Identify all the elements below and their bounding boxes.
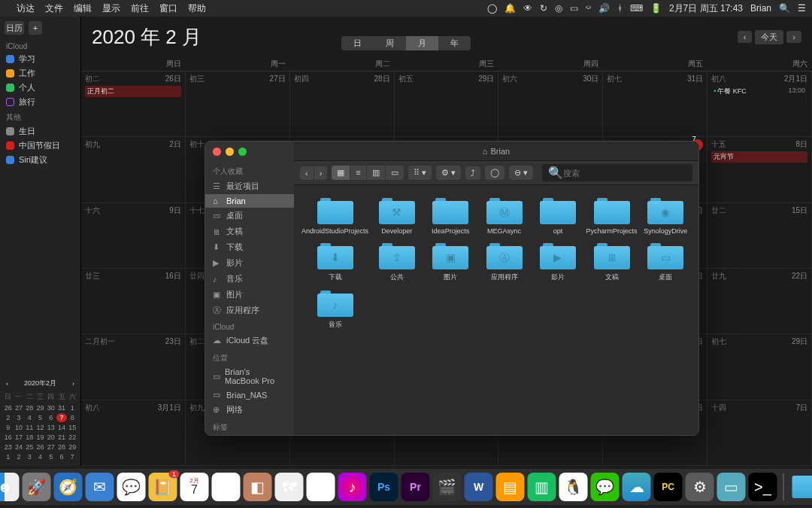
mini-cal-day[interactable]: 11 bbox=[25, 423, 35, 432]
dock-app[interactable]: ✉ bbox=[86, 473, 114, 501]
clock[interactable]: 2月7日 周五 17:43 bbox=[669, 2, 743, 15]
mini-cal-day[interactable]: 18 bbox=[25, 433, 35, 442]
calendar-cell[interactable]: 十六9日 bbox=[81, 203, 186, 269]
calendar-list-tab[interactable]: 日历 bbox=[5, 21, 24, 35]
checkbox-icon[interactable] bbox=[6, 55, 14, 63]
calendar-cell[interactable]: 初八3月1日 bbox=[81, 400, 186, 466]
menu-view[interactable]: 显示 bbox=[102, 2, 120, 15]
folder-item[interactable]: ▶影片 bbox=[532, 241, 583, 282]
dock-app[interactable]: ✿ bbox=[307, 473, 335, 501]
dock-app[interactable]: ☁ bbox=[623, 473, 651, 501]
mini-cal-day[interactable]: 4 bbox=[35, 452, 45, 461]
spotlight-icon[interactable]: 🔍 bbox=[779, 3, 790, 14]
checkbox-icon[interactable] bbox=[6, 98, 14, 106]
folder-item[interactable]: IdeaProjects bbox=[425, 196, 475, 235]
folder-item[interactable]: ◉SynologyDrive bbox=[641, 196, 691, 235]
calendar-cell[interactable]: 十四7日 bbox=[707, 400, 812, 466]
mini-cal-day[interactable]: 5 bbox=[35, 413, 45, 422]
checkbox-icon[interactable] bbox=[6, 84, 14, 92]
today-button[interactable]: 今天 bbox=[755, 30, 783, 44]
mini-cal-day[interactable]: 6 bbox=[56, 452, 66, 461]
mini-cal-day[interactable]: 21 bbox=[56, 433, 66, 442]
user-name[interactable]: Brian bbox=[750, 3, 771, 14]
sidebar-item[interactable]: ▶影片 bbox=[205, 255, 294, 271]
calendar-list-item[interactable]: 旅行 bbox=[0, 95, 80, 109]
dock-app[interactable]: 💬 bbox=[591, 473, 620, 501]
view-year[interactable]: 年 bbox=[438, 36, 471, 50]
prev-month-button[interactable]: ‹ bbox=[738, 31, 753, 43]
mini-cal-day[interactable]: 6 bbox=[46, 413, 56, 422]
folder-item[interactable]: opt bbox=[532, 196, 583, 235]
sidebar-item[interactable]: ⬇下载 bbox=[205, 239, 294, 255]
menu-edit[interactable]: 编辑 bbox=[74, 2, 92, 15]
checkbox-icon[interactable] bbox=[6, 156, 14, 164]
folder-item[interactable]: Ⓐ应用程序 bbox=[479, 241, 529, 282]
minimize-button[interactable] bbox=[226, 148, 234, 156]
volume-icon[interactable]: 🔊 bbox=[598, 3, 610, 14]
mini-cal-day[interactable]: 17 bbox=[14, 433, 23, 442]
checkbox-icon[interactable] bbox=[6, 141, 14, 150]
column-view-button[interactable]: ▥ bbox=[367, 166, 386, 180]
menu-window[interactable]: 窗口 bbox=[159, 2, 177, 15]
folder-item[interactable]: ♪音乐 bbox=[301, 288, 368, 330]
calendar-list-item[interactable]: 学习 bbox=[0, 52, 80, 66]
menu-go[interactable]: 前往 bbox=[131, 2, 149, 15]
mini-cal-day[interactable]: 28 bbox=[56, 443, 66, 452]
calendar-cell[interactable]: 初九2日 bbox=[81, 137, 186, 202]
status-icon[interactable]: 👁 bbox=[523, 3, 532, 14]
mini-cal-day[interactable]: 8 bbox=[68, 413, 77, 422]
folder-item[interactable]: PycharmProjects bbox=[586, 196, 638, 235]
wifi-icon[interactable]: ⌔ bbox=[586, 3, 591, 14]
mini-cal-day[interactable]: 16 bbox=[3, 433, 13, 442]
mini-cal-day[interactable]: 3 bbox=[25, 452, 35, 461]
notification-center-icon[interactable]: ☰ bbox=[798, 3, 806, 14]
calendar-cell[interactable]: 二月初一23日 bbox=[81, 334, 186, 400]
mini-cal-day[interactable]: 10 bbox=[14, 423, 23, 432]
dock-app[interactable]: ☻ bbox=[0, 473, 20, 501]
calendar-cell[interactable]: 初八2月1日午餐 KFC13:00 bbox=[707, 71, 812, 137]
search-field[interactable]: 🔍 bbox=[542, 164, 692, 181]
mini-cal-day[interactable]: 13 bbox=[46, 423, 56, 432]
mini-cal-day[interactable]: 5 bbox=[46, 452, 56, 461]
next-month-button[interactable]: › bbox=[786, 31, 801, 43]
checkbox-icon[interactable] bbox=[6, 69, 14, 78]
mini-cal-day[interactable]: 4 bbox=[25, 413, 35, 422]
mini-cal-day[interactable]: 27 bbox=[46, 443, 56, 452]
status-icon[interactable]: ◎ bbox=[555, 3, 562, 14]
sidebar-item[interactable]: 重要 bbox=[205, 434, 294, 435]
mini-cal-day[interactable]: 23 bbox=[3, 443, 13, 452]
dock-app[interactable]: ▭ bbox=[717, 473, 746, 501]
dock-app[interactable]: ▥ bbox=[528, 473, 556, 501]
sidebar-item[interactable]: ⊕网络 bbox=[205, 402, 294, 418]
calendar-list-item[interactable]: 中国节假日 bbox=[0, 138, 80, 153]
action-button[interactable]: ⚙ ▾ bbox=[436, 166, 461, 180]
calendar-cell[interactable]: 初二26日正月初二 bbox=[81, 71, 186, 137]
sidebar-item[interactable]: ▭桌面 bbox=[205, 208, 294, 224]
folder-item[interactable]: ▣图片 bbox=[425, 241, 475, 282]
sidebar-item[interactable]: ⌂Brian bbox=[205, 194, 294, 208]
mini-cal-day[interactable]: 15 bbox=[68, 423, 77, 432]
calendar-event[interactable]: 正月初二 bbox=[85, 86, 181, 97]
mini-cal-day[interactable]: 19 bbox=[35, 433, 45, 442]
sidebar-item[interactable]: 🗎文稿 bbox=[205, 224, 294, 239]
dock-app[interactable]: 🚀 bbox=[23, 473, 51, 501]
mini-cal-day[interactable]: 25 bbox=[25, 443, 35, 452]
folder-item[interactable]: ⓂMEGAsync bbox=[479, 196, 529, 235]
dock-app[interactable]: 🗺 bbox=[275, 473, 304, 501]
mini-cal-day[interactable]: 14 bbox=[56, 423, 66, 432]
sync-icon[interactable]: ↻ bbox=[540, 3, 547, 14]
mini-cal-day[interactable]: 24 bbox=[14, 443, 23, 452]
mini-cal-day[interactable]: 1 bbox=[68, 403, 77, 412]
calendar-cell[interactable]: 初七31日 bbox=[603, 71, 707, 137]
finder-content[interactable]: AndroidStudioProjects⚒DeveloperIdeaProje… bbox=[294, 185, 698, 435]
mini-cal-day[interactable]: 26 bbox=[3, 403, 13, 412]
dock-app[interactable]: Pr bbox=[401, 473, 430, 501]
calendar-cell[interactable]: 廿九22日 bbox=[707, 269, 812, 334]
icon-view-button[interactable]: ▦ bbox=[332, 166, 350, 180]
calendar-cell[interactable]: 初四28日 bbox=[290, 71, 395, 137]
dock-app[interactable]: 🧭 bbox=[54, 473, 83, 501]
back-button[interactable]: ‹ bbox=[300, 166, 314, 180]
share-button[interactable]: ⤴ bbox=[465, 166, 480, 180]
dock-app[interactable]: >_ bbox=[749, 473, 777, 501]
close-button[interactable] bbox=[213, 148, 221, 156]
